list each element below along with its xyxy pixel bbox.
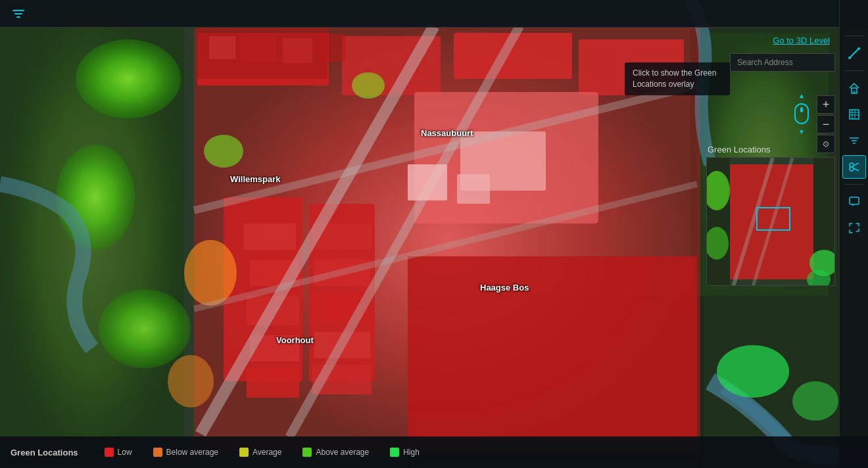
svg-rect-41 xyxy=(240,33,276,62)
legend-label-high: High xyxy=(403,448,420,457)
top-bar xyxy=(0,0,868,28)
svg-point-26 xyxy=(56,145,135,250)
top-right-controls: Go to 3D Level xyxy=(730,33,835,72)
bottom-legend: Green Locations Low Below average Averag… xyxy=(0,436,868,468)
mini-map-title: Green Locations xyxy=(706,145,835,154)
svg-point-73 xyxy=(850,163,854,167)
sidebar-divider-3 xyxy=(845,184,863,185)
svg-rect-43 xyxy=(319,34,345,62)
svg-rect-14 xyxy=(243,223,296,250)
mini-map[interactable] xyxy=(706,157,835,286)
sidebar-divider-1 xyxy=(845,35,863,36)
svg-point-31 xyxy=(184,240,237,306)
svg-point-62 xyxy=(848,57,851,59)
go-to-3d-button[interactable]: Go to 3D Level xyxy=(767,33,835,48)
svg-point-32 xyxy=(168,355,214,408)
map-container[interactable]: Nassaubuurt Willemspark Haagse Bos Voorh… xyxy=(0,0,868,468)
svg-point-28 xyxy=(204,135,243,168)
legend-item-below-avg: Below average xyxy=(153,448,218,457)
svg-rect-18 xyxy=(247,368,299,398)
scissors-button[interactable] xyxy=(842,155,866,179)
svg-rect-42 xyxy=(283,38,312,63)
legend-item-high: High xyxy=(390,448,420,457)
svg-rect-65 xyxy=(850,110,859,119)
right-sidebar xyxy=(839,0,868,468)
legend-dot-high xyxy=(390,448,399,457)
svg-line-60 xyxy=(850,49,859,58)
svg-rect-77 xyxy=(850,197,859,204)
svg-rect-38 xyxy=(457,174,490,204)
legend-dot-low xyxy=(105,448,114,457)
svg-rect-64 xyxy=(853,91,856,93)
legend-dot-below-avg xyxy=(153,448,162,457)
draw-line-button[interactable] xyxy=(842,41,866,65)
legend-dot-above-avg xyxy=(302,448,312,457)
svg-rect-40 xyxy=(209,36,235,59)
svg-point-25 xyxy=(76,39,181,118)
layers-button[interactable] xyxy=(842,103,866,126)
mini-map-container: Green Locations xyxy=(706,145,835,286)
legend-item-low: Low xyxy=(105,448,132,457)
svg-point-45 xyxy=(792,381,838,421)
legend-title: Green Locations xyxy=(11,448,78,457)
home-button[interactable] xyxy=(842,76,866,100)
search-input-container xyxy=(730,53,835,72)
svg-rect-37 xyxy=(408,164,447,200)
filter-icon[interactable] xyxy=(8,3,29,24)
legend-item-above-avg: Above average xyxy=(302,448,369,457)
zoom-out-button[interactable]: − xyxy=(817,115,835,133)
sidebar-divider-2 xyxy=(845,70,863,71)
svg-point-27 xyxy=(99,289,191,368)
mouse-scroll-hint: ▲ ▼ xyxy=(794,92,809,135)
mini-map-viewport xyxy=(756,207,790,231)
zoom-in-button[interactable]: + xyxy=(817,95,835,114)
svg-point-29 xyxy=(352,72,385,99)
green-locations-tooltip[interactable]: Click to show the Green Locations overla… xyxy=(625,62,730,95)
svg-point-44 xyxy=(717,345,789,398)
search-address-input[interactable] xyxy=(730,53,835,72)
filter-button[interactable] xyxy=(842,129,866,152)
svg-line-76 xyxy=(854,168,859,171)
legend-label-low: Low xyxy=(118,448,132,457)
fullscreen-button[interactable] xyxy=(842,216,866,240)
legend-label-avg: Average xyxy=(253,448,281,457)
legend-item-avg: Average xyxy=(239,448,281,457)
svg-point-61 xyxy=(857,47,860,50)
legend-dot-avg xyxy=(239,448,249,457)
svg-point-74 xyxy=(850,167,854,171)
legend-label-below-avg: Below average xyxy=(166,448,218,457)
legend-label-above-avg: Above average xyxy=(316,448,369,457)
svg-rect-30 xyxy=(408,256,697,440)
chat-button[interactable] xyxy=(842,190,866,214)
svg-line-75 xyxy=(854,163,859,166)
